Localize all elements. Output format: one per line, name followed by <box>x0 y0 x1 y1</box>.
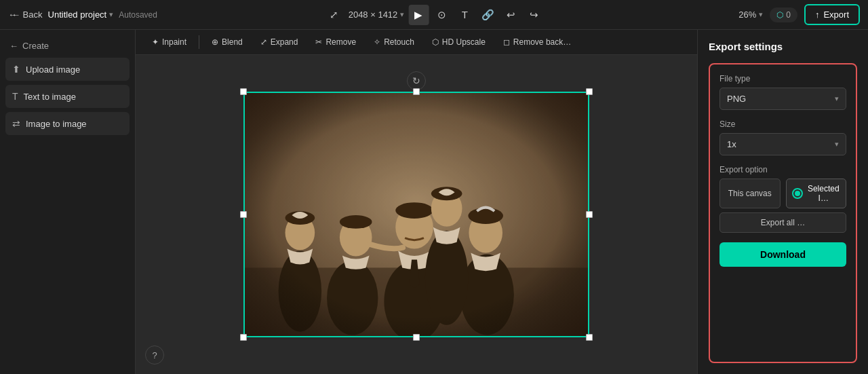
lasso-tool-icon[interactable]: ⊙ <box>431 5 452 25</box>
export-upload-icon: ↑ <box>815 10 820 20</box>
selected-button[interactable]: Selected I… <box>786 179 847 208</box>
refresh-icon-button[interactable]: ↻ <box>407 71 426 90</box>
export-button-label: Export <box>823 10 849 20</box>
canvas-content[interactable]: ↻ <box>136 55 697 374</box>
file-type-select[interactable]: PNG ▾ <box>719 88 846 110</box>
handle-top-left[interactable] <box>240 88 247 95</box>
help-button[interactable]: ? <box>145 345 164 364</box>
size-select[interactable]: 1x ▾ <box>719 133 846 155</box>
zoom-dropdown-icon: ▾ <box>759 10 763 19</box>
text-to-image-icon: T <box>12 91 18 102</box>
export-all-label: Export all … <box>761 218 805 227</box>
image-to-image-icon: ⇄ <box>12 118 20 129</box>
retouch-icon: ✧ <box>374 37 380 47</box>
this-canvas-label: This canvas <box>728 189 772 198</box>
hd-upscale-tool[interactable]: ⬡ HD Upscale <box>425 34 492 50</box>
undo-icon[interactable]: ↩ <box>500 5 521 25</box>
export-panel: Export settings File type PNG ▾ Size 1x … <box>697 30 868 374</box>
download-button[interactable]: Download <box>719 242 846 267</box>
file-type-group: File type PNG ▾ <box>719 74 846 110</box>
handle-middle-left[interactable] <box>240 211 247 218</box>
redo-icon[interactable]: ↪ <box>524 5 544 25</box>
hd-upscale-label: HD Upscale <box>442 37 486 47</box>
project-dropdown-icon: ▾ <box>109 10 113 19</box>
handle-bottom-right[interactable] <box>586 334 593 341</box>
canvas-image[interactable] <box>243 92 589 337</box>
handle-bottom-center[interactable] <box>413 334 420 341</box>
text-to-image-button[interactable]: T Text to image <box>5 85 130 108</box>
back-button[interactable]: ← ← Back <box>8 10 43 20</box>
credits-count: 0 <box>786 10 791 20</box>
image-to-image-button[interactable]: ⇄ Image to image <box>5 112 130 135</box>
zoom-value: 26% <box>738 10 756 20</box>
size-value: 1x <box>727 139 736 149</box>
main-layout: ← Create ⬆ Upload image T Text to image … <box>0 30 868 374</box>
size-group: Size 1x ▾ <box>719 119 846 155</box>
link-tool-icon[interactable]: 🔗 <box>477 5 498 25</box>
blend-tool[interactable]: ⊕ Blend <box>205 34 250 50</box>
edit-tools: ▶ ⊙ T 🔗 ↩ ↪ <box>408 5 544 25</box>
canvas-size-dropdown-icon: ▾ <box>400 10 404 19</box>
chevron-down-icon: ▾ <box>835 94 839 103</box>
file-type-value: PNG <box>727 94 746 104</box>
size-label: Size <box>719 119 846 129</box>
handle-middle-right[interactable] <box>586 211 593 218</box>
expand-label: Expand <box>271 37 298 47</box>
upload-image-label: Upload image <box>26 64 80 75</box>
expand-tool[interactable]: ⤢ Expand <box>254 34 305 50</box>
text-tool-icon[interactable]: T <box>454 5 475 25</box>
retouch-tool[interactable]: ✧ Retouch <box>367 34 421 50</box>
back-label: ← Back <box>12 10 43 20</box>
hd-upscale-icon: ⬡ <box>432 37 439 47</box>
canvas-image-container[interactable]: ↻ <box>243 92 589 337</box>
inpaint-icon: ✦ <box>152 37 159 47</box>
export-panel-title: Export settings <box>709 41 857 52</box>
credits-badge[interactable]: ⬡ 0 <box>770 7 797 22</box>
upload-image-button[interactable]: ⬆ Upload image <box>5 58 130 81</box>
project-name[interactable]: Untitled project ▾ <box>48 10 114 20</box>
blend-icon: ⊕ <box>212 37 218 47</box>
remove-bg-tool[interactable]: ◻ Remove back… <box>496 34 578 50</box>
blend-label: Blend <box>222 37 243 47</box>
create-back-icon: ← <box>9 41 18 51</box>
remove-label: Remove <box>326 37 356 47</box>
remove-bg-label: Remove back… <box>513 37 571 47</box>
zoom-control[interactable]: 26% ▾ <box>738 10 763 20</box>
text-to-image-label: Text to image <box>24 92 76 102</box>
create-section-label: ← Create <box>5 38 130 58</box>
export-option-label: Export option <box>719 165 846 174</box>
canvas-size-text: 2048 × 1412 <box>349 10 398 20</box>
topbar: ← ← Back Untitled project ▾ Autosaved ⤢ … <box>0 0 868 30</box>
canvas-size-control[interactable]: 2048 × 1412 ▾ <box>349 10 405 20</box>
project-name-text: Untitled project <box>48 10 107 20</box>
topbar-left: ← ← Back Untitled project ▾ Autosaved <box>8 10 157 20</box>
remove-bg-icon: ◻ <box>503 37 510 47</box>
download-label: Download <box>760 249 806 260</box>
handle-top-center[interactable] <box>413 88 420 95</box>
topbar-right: 26% ▾ ⬡ 0 ↑ Export <box>738 4 860 25</box>
inpaint-tool[interactable]: ✦ Inpaint <box>145 34 193 50</box>
image-to-image-label: Image to image <box>26 119 87 129</box>
credits-icon: ⬡ <box>776 10 783 20</box>
export-button[interactable]: ↑ Export <box>804 4 860 25</box>
this-canvas-button[interactable]: This canvas <box>719 179 781 208</box>
svg-rect-19 <box>245 93 588 336</box>
autosaved-status: Autosaved <box>119 10 157 20</box>
selected-radio-icon <box>792 188 803 199</box>
size-chevron-icon: ▾ <box>835 140 839 149</box>
handle-top-right[interactable] <box>586 88 593 95</box>
topbar-center: ⤢ 2048 × 1412 ▾ ▶ ⊙ T 🔗 ↩ ↪ <box>324 5 545 25</box>
tool-icons-group: ⤢ <box>324 5 344 25</box>
resize-icon[interactable]: ⤢ <box>324 5 344 25</box>
selected-label: Selected I… <box>807 184 841 203</box>
handle-bottom-left[interactable] <box>240 334 247 341</box>
export-option-row: This canvas Selected I… <box>719 179 846 208</box>
remove-icon: ✂ <box>315 37 322 47</box>
export-inner: File type PNG ▾ Size 1x ▾ Export option <box>709 63 857 363</box>
export-all-button[interactable]: Export all … <box>719 212 846 233</box>
select-tool-icon[interactable]: ▶ <box>408 5 429 25</box>
retouch-label: Retouch <box>384 37 414 47</box>
remove-tool[interactable]: ✂ Remove <box>309 34 363 50</box>
expand-icon: ⤢ <box>260 37 267 47</box>
help-icon: ? <box>152 350 157 360</box>
